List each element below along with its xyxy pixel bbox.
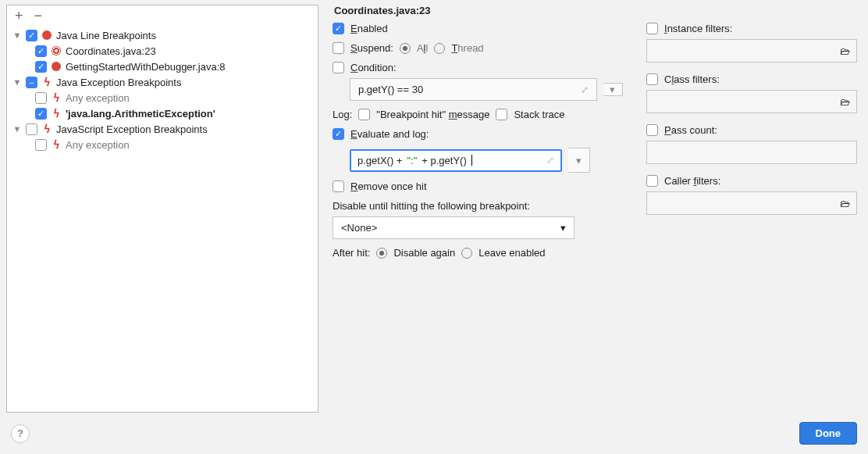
suspend-label: Suspend: [350,42,393,54]
log-bpmsg-label: "Breakpoint hit" message [376,109,489,120]
lightning-icon: ϟ [50,138,62,151]
chevron-down-icon[interactable]: ▼ [12,77,23,87]
breakpoints-tree-pane: + − ▼ ✓ Java Line Breakpoints ✓ Coordina… [6,5,318,413]
after-hit-row: After hit: Disable again Leave enabled [333,247,623,259]
checkbox[interactable]: ✓ [35,45,47,57]
class-filters-checkbox[interactable] [646,73,658,85]
checkbox[interactable] [35,92,47,104]
caller-filters-checkbox[interactable] [646,175,658,187]
help-button[interactable]: ? [11,424,30,443]
pass-count-input[interactable] [646,141,857,164]
enabled-checkbox[interactable]: ✓ [333,23,344,34]
log-label: Log: [333,109,352,120]
eval-text-prefix: p.getX() + [358,155,402,166]
details-title: Coordinates.java:23 [329,5,857,23]
folder-icon[interactable]: 🗁 [840,96,850,108]
tree-item-coordinates[interactable]: ✓ Coordinates.java:23 [7,43,318,59]
suspend-thread-radio[interactable] [434,43,445,54]
done-button[interactable]: Done [799,422,858,445]
checkbox-indeterminate[interactable]: – [26,77,37,88]
tree-item-arithmetic-exception[interactable]: ✓ ϟ 'java.lang.ArithmeticException' [7,105,318,121]
chevron-down-icon: ▾ [560,222,566,234]
tree-item-any-exception-js[interactable]: ϟ Any exception [7,137,318,152]
breakpoint-icon [50,60,62,73]
remove-label: Remove once hit [350,181,427,192]
condition-input[interactable]: p.getY() == 30 ⤢ [350,78,597,101]
breakpoint-icon [41,29,53,41]
remove-breakpoint-icon[interactable]: − [34,9,43,23]
pass-count-label: Pass count: [664,124,717,136]
tree-group-label: JavaScript Exception Breakpoints [56,123,208,135]
condition-placeholder: p.getY() == 30 [358,84,581,95]
eval-dropdown[interactable]: ▾ [568,148,590,173]
disable-until-select[interactable]: <None> ▾ [333,216,575,239]
chevron-down-icon[interactable]: ▼ [12,30,23,40]
target-icon [50,45,62,57]
checkbox[interactable] [35,139,47,151]
instance-filters-checkbox[interactable] [646,23,658,34]
pass-count-section: Pass count: [646,124,857,164]
suspend-thread-label: Thread [451,42,483,54]
instance-filters-section: Instance filters: 🗁 [646,23,857,63]
tree-group-java-line[interactable]: ▼ ✓ Java Line Breakpoints [7,27,318,43]
after-disable-radio[interactable] [376,248,387,259]
class-filters-section: Class filters: 🗁 [646,73,857,113]
tree-toolbar: + − [7,5,318,26]
eval-input[interactable]: p.getX() + ":" + p.getY() ⤢ [350,149,562,172]
class-filters-label: Class filters: [664,73,720,85]
condition-dropdown[interactable]: ▾ [603,83,623,96]
lightning-icon: ϟ [50,107,62,120]
enabled-label: Enabled [350,23,388,34]
instance-filters-label: Instance filters: [664,23,732,34]
tree-group-label: Java Exception Breakpoints [56,77,181,88]
pass-count-checkbox[interactable] [646,124,658,136]
expand-icon[interactable]: ⤢ [546,155,554,166]
log-stack-checkbox[interactable] [496,109,507,120]
tree-item-any-exception-java[interactable]: ϟ Any exception [7,90,318,105]
eval-text-suffix: + p.getY() [422,155,466,166]
after-disable-label: Disable again [393,247,455,259]
tree-group-java-exception[interactable]: ▼ – ϟ Java Exception Breakpoints [7,74,318,90]
add-breakpoint-icon[interactable]: + [15,9,23,23]
tree-item-label: Any exception [66,92,130,104]
checkbox[interactable]: ✓ [35,108,47,120]
after-hit-label: After hit: [333,247,370,259]
remove-checkbox[interactable] [333,181,344,192]
checkbox[interactable] [26,123,37,135]
tree-item-label: GettingStartedWithDebugger.java:8 [66,61,226,73]
folder-icon[interactable]: 🗁 [840,45,850,57]
tree-item-gettingstarted[interactable]: ✓ GettingStartedWithDebugger.java:8 [7,59,318,74]
tree-group-js-exception[interactable]: ▼ ϟ JavaScript Exception Breakpoints [7,121,318,137]
disable-until-section: Disable until hitting the following brea… [333,200,623,239]
breakpoint-details-pane: Coordinates.java:23 ✓ Enabled Suspend: A… [318,0,868,417]
lightning-icon: ϟ [50,91,62,104]
lightning-icon: ϟ [41,123,53,135]
caller-filters-input[interactable]: 🗁 [646,191,857,215]
enabled-row: ✓ Enabled [333,23,623,34]
condition-label: Condition: [350,62,397,73]
class-filters-input[interactable]: 🗁 [646,90,857,113]
checkbox-group-java-line[interactable]: ✓ [26,30,37,41]
expand-icon[interactable]: ⤢ [581,84,589,95]
caller-filters-section: Caller filters: 🗁 [646,175,857,215]
tree-item-label: Any exception [66,139,130,151]
log-row: Log: "Breakpoint hit" message Stack trac… [333,109,623,120]
chevron-down-icon[interactable]: ▼ [12,124,23,134]
eval-checkbox[interactable]: ✓ [333,128,344,140]
caller-filters-label: Caller filters: [664,175,720,187]
condition-checkbox[interactable] [333,62,344,73]
eval-text-string: ":" [407,155,417,166]
lightning-icon: ϟ [41,76,53,88]
suspend-row: Suspend: All Thread [333,42,623,54]
after-leave-radio[interactable] [461,248,472,259]
disable-until-label: Disable until hitting the following brea… [333,200,623,212]
eval-label: Evaluate and log: [350,128,429,140]
checkbox[interactable]: ✓ [35,61,47,73]
log-bpmsg-checkbox[interactable] [358,109,370,120]
instance-filters-input[interactable]: 🗁 [646,39,857,63]
suspend-all-radio[interactable] [400,43,411,54]
text-cursor [471,155,472,166]
disable-until-value: <None> [341,222,377,234]
suspend-checkbox[interactable] [333,42,344,54]
folder-icon[interactable]: 🗁 [840,198,850,209]
